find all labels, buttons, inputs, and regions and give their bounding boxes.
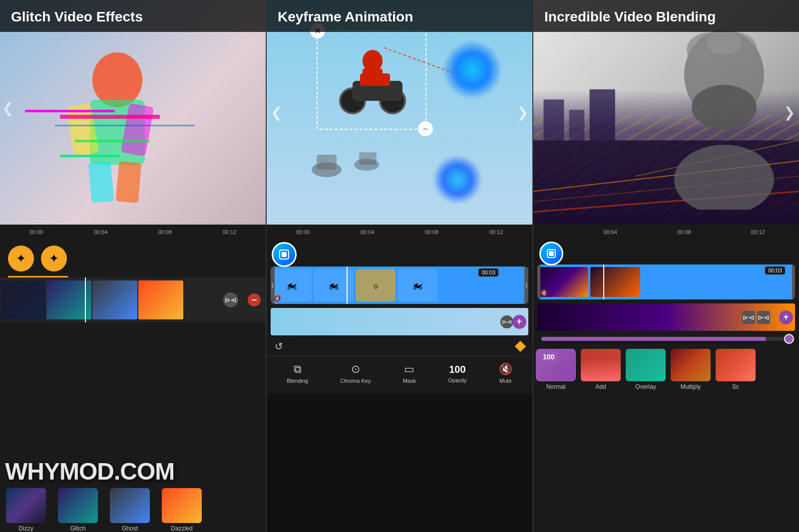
kf-undo-icon[interactable]: ↺ [275, 340, 283, 352]
kf-tool-mask[interactable]: ▭ Mask [403, 363, 416, 384]
blend-slider-thumb[interactable] [784, 334, 794, 344]
filmstrip-thumb-1 [0, 280, 45, 319]
kf-thumb-4: 🏍 [398, 269, 437, 301]
panel-glitch-title: Glitch Video Effects [0, 0, 266, 32]
kf-toolbar: ⧉ Blending ⊙ Chroma Key ▭ Mask 100 Opaci… [267, 355, 532, 389]
kf-tool-opacity[interactable]: 100 Opacity [448, 364, 466, 383]
glitch-nav-left[interactable]: ❮ [2, 100, 13, 116]
kf-selection-box: ✕ ↔ [317, 30, 426, 130]
kf-tool-chroma[interactable]: ⊙ Chroma Key [340, 363, 371, 384]
effect-glitch-thumb [58, 488, 98, 523]
opacity-value: 100 [449, 364, 465, 375]
effect-dizzy-label: Dizzy [18, 525, 33, 532]
effect-glitch-label: Glitch [70, 525, 86, 532]
svg-rect-36 [549, 251, 554, 256]
panel-blending: Incredible Video Blending [533, 0, 799, 532]
blend-preset-multiply-label: Multiply [681, 383, 701, 390]
blend-preset-add-box [581, 349, 621, 381]
blend-clip-icon [539, 242, 563, 266]
blend-preset-overlay-label: Overlay [635, 383, 656, 390]
kf-tool-blending[interactable]: ⧉ Blending [287, 363, 308, 384]
kf-timeline-cursor [347, 266, 348, 304]
kf-time-badge: 00:03 [478, 268, 498, 276]
kf-sky-handle[interactable]: ⊳⊲ [500, 315, 513, 328]
effect-icon-2[interactable]: ✦ [41, 246, 67, 271]
blend-blue-track-container: 00:03 🔇 [533, 265, 799, 299]
kf-blue-track: | 🏍 🏍 ⬦ 🏍 00:03 🔇 | [271, 266, 528, 304]
svg-rect-20 [282, 252, 287, 257]
blend-preset-multiply-box [671, 349, 711, 381]
kf-timeline-bar: 00:00 00:04 00:08 00:12 [267, 225, 532, 240]
svg-rect-12 [359, 152, 377, 165]
blend-man-container [659, 25, 789, 210]
blend-timeline-area: 00:03 🔇 ⊳⊲ ⊳⊲ + 100 [533, 240, 799, 532]
kf-time-0004: 00:04 [335, 229, 400, 235]
blend-timeline-bar: 00:04 00:08 00:12 [533, 225, 799, 240]
blend-track-handle-right[interactable] [792, 265, 795, 299]
effect-dizzy-thumb [6, 488, 46, 523]
blend-slider-track[interactable] [541, 337, 791, 341]
effect-dazzled-thumb [162, 488, 202, 523]
blend-background: ❯ [533, 0, 799, 225]
mute-icon: 🔇 [499, 363, 512, 376]
kf-time-0008: 00:08 [400, 229, 464, 235]
kf-tool-mute[interactable]: 🔇 Mute [499, 363, 512, 384]
panel-blending-title: Incredible Video Blending [533, 0, 799, 32]
blend-preset-overlay[interactable]: Overlay [623, 349, 668, 390]
blend-preset-multiply[interactable]: Multiply [668, 349, 713, 390]
glitch-filmstrip-track: ⊳⊲ − [0, 277, 266, 322]
kf-track-mute[interactable]: 🔇 [274, 295, 281, 302]
effect-icon-1[interactable]: ✦ [8, 246, 34, 271]
blend-mute-icon[interactable]: 🔇 [540, 289, 548, 296]
filmstrip-arrow-icon[interactable]: ⊳⊲ [223, 292, 238, 307]
time-0004: 00:04 [68, 229, 133, 235]
kf-keyframe-diamond[interactable] [515, 341, 526, 352]
blend-thumb-city-2 [590, 267, 640, 297]
blend-nav-right[interactable]: ❯ [784, 104, 795, 121]
blend-preset-sc-box [716, 349, 756, 381]
kf-plus-btn[interactable]: + [512, 315, 526, 329]
glitch-timeline-cursor [85, 277, 86, 322]
blend-preset-overlay-box [626, 349, 666, 381]
effect-dizzy[interactable]: Dizzy [0, 488, 52, 532]
kf-time-0000: 00:00 [271, 229, 335, 235]
kf-orb-1 [442, 40, 502, 100]
panel-keyframe-title: Keyframe Animation [267, 0, 532, 32]
kf-clip-icon-svg [279, 249, 290, 260]
blend-slider-row [533, 333, 799, 345]
mask-label: Mask [403, 378, 416, 384]
glitch-timeline-bar: 00:00 00:04 00:08 00:12 [0, 225, 266, 240]
kf-track-handle-right[interactable]: | [524, 266, 528, 304]
time-0008: 00:08 [133, 229, 197, 235]
blending-label: Blending [287, 378, 308, 384]
filmstrip-thumb-4 [138, 280, 183, 319]
kf-orb-2 [432, 155, 482, 205]
blend-city-handle-1[interactable]: ⊳⊲ [742, 311, 755, 324]
svg-rect-24 [590, 89, 615, 140]
whymod-watermark: WHYMOD.COM [0, 456, 179, 487]
blend-city-track: ⊳⊲ ⊳⊲ + [537, 303, 795, 331]
kf-clip-icon [272, 242, 297, 267]
panel-keyframe: Keyframe Animation ✕ ↔ [267, 0, 533, 532]
chroma-key-icon: ⊙ [351, 363, 360, 376]
effect-ghost[interactable]: Ghost [104, 488, 156, 532]
effect-glitch[interactable]: Glitch [52, 488, 104, 532]
blend-time-badge: 00:03 [765, 266, 785, 274]
blend-city-handle-2[interactable]: ⊳⊲ [757, 311, 770, 324]
kf-nav-left[interactable]: ❮ [271, 104, 282, 121]
blend-preset-add[interactable]: Add [578, 349, 623, 390]
effect-dazzled[interactable]: Dazzled [156, 488, 208, 532]
blend-preset-sc[interactable]: Sc [713, 349, 758, 390]
blend-preset-normal[interactable]: 100 Normal [533, 349, 578, 390]
effect-ghost-label: Ghost [122, 525, 138, 532]
kf-nav-right[interactable]: ❯ [517, 104, 528, 121]
chroma-key-label: Chroma Key [340, 378, 371, 384]
effect-dazzled-label: Dazzled [171, 525, 192, 532]
blend-plus-btn[interactable]: + [779, 310, 793, 324]
glitch-effects-area: ✦ ✦ ⊳⊲ − WHYMOD.COM [0, 240, 266, 532]
blend-clip-head [533, 240, 799, 265]
panel-glitch: Glitch Video Effects [0, 0, 267, 532]
kf-sky-track-container: ⊳⊲ + [267, 308, 532, 335]
filmstrip-minus-btn[interactable]: − [248, 293, 261, 306]
kf-clip-head [267, 245, 532, 265]
